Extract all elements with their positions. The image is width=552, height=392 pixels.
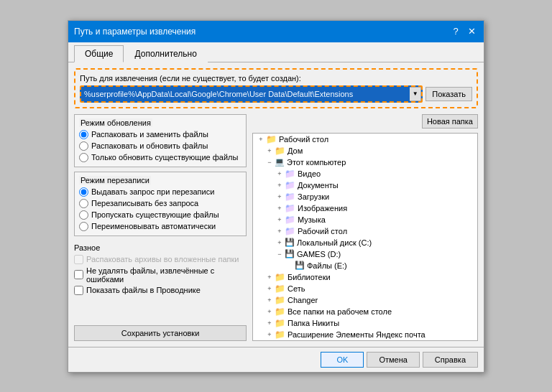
- tree-item-label: Файлы (E:): [307, 261, 347, 270]
- tree-item[interactable]: 💾Файлы (E:): [253, 260, 477, 271]
- bottom-row: OK Отмена Справка: [68, 347, 484, 372]
- check-unpack-nested[interactable]: Распаковать архивы во вложенные папки: [74, 255, 247, 264]
- tree-item-folder-icon: 📁: [275, 295, 285, 305]
- tree-toggle-icon: −: [275, 249, 285, 259]
- tree-item[interactable]: +💾Локальный диск (C:): [253, 237, 477, 248]
- radio-no-ask[interactable]: Перезаписывать без запроса: [79, 199, 242, 208]
- tree-toggle-icon: +: [264, 318, 275, 328]
- tree-toggle-icon: +: [264, 284, 275, 294]
- radio-ask-overwrite[interactable]: Выдавать запрос при перезаписи: [79, 187, 242, 197]
- tree-item[interactable]: +📁Музыка: [253, 214, 477, 225]
- show-button[interactable]: Показать: [426, 87, 472, 101]
- tree-item-folder-icon: 📁: [275, 284, 285, 294]
- misc-section: Разное Распаковать архивы во вложенные п…: [74, 243, 247, 295]
- check-unpack-nested-label: Распаковать архивы во вложенные папки: [86, 255, 239, 263]
- radio-unpack-update-input[interactable]: [79, 141, 88, 151]
- radio-auto-rename-input[interactable]: [79, 222, 88, 231]
- tree-toggle-icon: +: [275, 238, 285, 248]
- tree-toggle-icon: +: [275, 203, 285, 213]
- radio-auto-rename[interactable]: Переименовывать автоматически: [79, 222, 242, 231]
- tree-item-label: Библиотеки: [288, 273, 331, 281]
- tree-item[interactable]: +📁Изображения: [253, 202, 477, 214]
- cancel-button[interactable]: Отмена: [367, 352, 419, 368]
- tree-item[interactable]: +📁Документы: [253, 179, 477, 191]
- tab-advanced[interactable]: Дополнительно: [124, 45, 207, 62]
- radio-auto-rename-label: Переименовывать автоматически: [91, 222, 216, 230]
- tree-item[interactable]: −💻Этот компьютер: [253, 157, 477, 168]
- tree-item-label: Этот компьютер: [287, 158, 346, 167]
- path-label: Путь для извлечения (если не существует,…: [80, 74, 472, 83]
- tree-item-folder-icon: 📁: [275, 330, 285, 340]
- radio-no-ask-label: Перезаписывать без запроса: [91, 199, 198, 207]
- radio-ask-overwrite-input[interactable]: [79, 187, 88, 197]
- check-show-in-explorer-input[interactable]: [74, 286, 83, 295]
- tree-item[interactable]: +📁Видео: [253, 168, 477, 179]
- tree-panel[interactable]: +📁Рабочий стол+📁Дом−💻Этот компьютер+📁Вид…: [252, 133, 478, 341]
- path-input[interactable]: [81, 87, 410, 101]
- tree-item-folder-icon: 📁: [275, 146, 285, 156]
- path-section: Путь для извлечения (если не существует,…: [74, 68, 478, 108]
- tree-item[interactable]: +📁Папка Никиты: [253, 317, 477, 329]
- check-no-delete-error-label: Не удалять файлы, извлечённые с ошибками: [86, 266, 247, 284]
- tree-item[interactable]: +📁Changer: [253, 294, 477, 306]
- radio-no-ask-input[interactable]: [79, 199, 88, 208]
- check-no-delete-error-input[interactable]: [74, 270, 83, 279]
- help-button[interactable]: Справка: [423, 352, 478, 368]
- tree-item-folder-icon: 📁: [285, 215, 295, 225]
- tree-item-folder-icon: 📁: [275, 307, 285, 317]
- tree-item[interactable]: +📁Дом: [253, 145, 477, 157]
- tree-item-label: Changer: [288, 296, 318, 304]
- tree-item-folder-icon: 📁: [285, 192, 295, 202]
- tree-item-label: Папка Никиты: [288, 319, 339, 327]
- tree-item-folder-icon: 📁: [275, 318, 285, 328]
- tree-item[interactable]: +📁Библиотеки: [253, 271, 477, 283]
- extract-radio-group: Распаковать и заменить файлы Распаковать…: [79, 130, 242, 162]
- check-no-delete-error[interactable]: Не удалять файлы, извлечённые с ошибками: [74, 266, 247, 284]
- overwrite-section-title: Режим перезаписи: [79, 176, 151, 185]
- check-show-in-explorer[interactable]: Показать файлы в Проводнике: [74, 286, 247, 295]
- tree-item[interactable]: +📁Загрузки: [253, 191, 477, 202]
- radio-skip-existing[interactable]: Пропускать существующие файлы: [79, 210, 242, 220]
- check-show-in-explorer-label: Показать файлы в Проводнике: [86, 286, 201, 294]
- tree-item-folder-icon: 📁: [266, 134, 277, 144]
- new-folder-button[interactable]: Новая папка: [422, 114, 478, 129]
- tree-item-folder-icon: 📁: [285, 226, 295, 236]
- close-title-btn[interactable]: ✕: [465, 25, 478, 38]
- tree-item-label: GAMES (D:): [297, 250, 341, 258]
- tree-item-folder-icon: 💻: [275, 157, 285, 167]
- tree-item-label: Загрузки: [298, 192, 329, 201]
- main-row: Режим обновления Распаковать и заменить …: [74, 114, 478, 341]
- tree-item-label: Дом: [288, 146, 303, 155]
- main-dialog: Путь и параметры извлечения ? ✕ Общие До…: [68, 20, 484, 373]
- title-bar-buttons: ? ✕: [449, 25, 478, 38]
- tree-item[interactable]: +📁Рабочий стол: [253, 225, 477, 237]
- tree-item-folder-icon: 📁: [285, 203, 295, 213]
- radio-unpack-replace[interactable]: Распаковать и заменить файлы: [79, 130, 242, 139]
- tree-item-folder-icon: 📁: [285, 169, 295, 179]
- tree-item-folder-icon: 💾: [285, 249, 295, 258]
- tree-item-label: Расширение Элементы Яндекс почта: [288, 330, 426, 339]
- radio-skip-existing-input[interactable]: [79, 210, 88, 220]
- save-settings-button[interactable]: Сохранить установки: [74, 325, 247, 341]
- tree-item-label: Видео: [298, 169, 321, 178]
- tree-item[interactable]: +📁Сеть: [253, 283, 477, 294]
- tree-item-label: Музыка: [298, 215, 326, 224]
- tree-item[interactable]: +📁Рабочий стол: [253, 134, 477, 145]
- radio-unpack-replace-input[interactable]: [79, 130, 88, 139]
- tree-item[interactable]: −💾GAMES (D:): [253, 248, 477, 260]
- path-dropdown-btn[interactable]: ▼: [410, 87, 421, 101]
- tree-item[interactable]: +📁Расширение Элементы Яндекс почта: [253, 329, 477, 340]
- extract-options-box: Режим обновления Распаковать и заменить …: [74, 114, 247, 167]
- radio-only-update-input[interactable]: [79, 153, 88, 162]
- help-title-btn[interactable]: ?: [449, 25, 462, 38]
- ok-button[interactable]: OK: [321, 352, 364, 368]
- tree-toggle-icon: [285, 261, 295, 271]
- tree-toggle-icon: +: [264, 330, 275, 340]
- tree-item[interactable]: +📁Все папки на рабочем столе: [253, 306, 477, 317]
- radio-only-update[interactable]: Только обновить существующие файлы: [79, 153, 242, 162]
- tab-general[interactable]: Общие: [74, 45, 124, 62]
- tree-item-label: Документы: [298, 181, 339, 190]
- radio-unpack-update[interactable]: Распаковать и обновить файлы: [79, 141, 242, 151]
- radio-unpack-replace-label: Распаковать и заменить файлы: [91, 130, 208, 139]
- tree-toggle-icon: +: [275, 215, 285, 225]
